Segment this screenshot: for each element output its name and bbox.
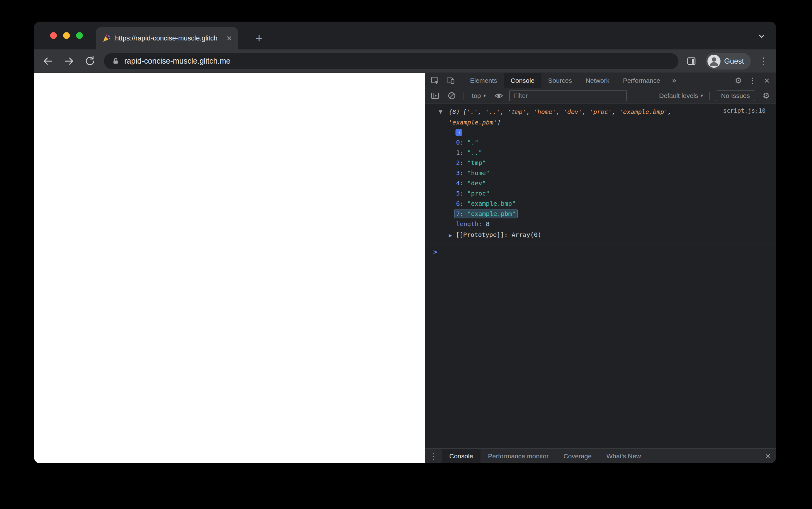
devtools-close-icon[interactable]: × xyxy=(761,74,773,87)
tab-network[interactable]: Network xyxy=(579,73,616,88)
array-entry-row: 0: "." xyxy=(425,137,776,148)
back-button-icon[interactable] xyxy=(42,55,54,67)
lock-icon xyxy=(112,58,119,65)
array-length-row: length: 8 xyxy=(425,219,776,229)
profile-label: Guest xyxy=(724,57,744,66)
context-selector[interactable]: top ▾ xyxy=(469,92,488,99)
devtools-settings-gear-icon[interactable]: ⚙ xyxy=(732,74,745,87)
array-preview-line[interactable]: ▼(8)['.', '..', 'tmp', 'home', 'dev', 'p… xyxy=(425,107,776,128)
chevron-down-icon: ▾ xyxy=(701,93,703,99)
info-icon: i xyxy=(456,129,462,136)
array-entry-row: 1: ".." xyxy=(425,148,776,158)
devtools-menu-kebab-icon[interactable]: ⋮ xyxy=(746,74,759,87)
array-entry-row-highlighted[interactable]: 7: "example.pbm" xyxy=(425,209,776,219)
console-settings-gear-icon[interactable]: ⚙ xyxy=(760,90,773,102)
tab-list-chevron-icon[interactable] xyxy=(756,31,767,41)
live-expression-eye-icon[interactable] xyxy=(493,90,505,102)
console-prompt[interactable]: > xyxy=(425,245,776,259)
close-window-button[interactable] xyxy=(50,32,57,39)
avatar-icon xyxy=(708,55,720,68)
console-log-entry: script.js:10 ▼(8)['.', '..', 'tmp', 'hom… xyxy=(425,103,776,245)
divider xyxy=(464,92,464,100)
side-panel-icon[interactable] xyxy=(685,55,697,67)
devtools-drawer-bar: ⋮ Console Performance monitor Coverage W… xyxy=(425,448,776,463)
devtools-panel: Elements Console Sources Network Perform… xyxy=(425,73,776,463)
forward-button-icon[interactable] xyxy=(63,55,75,67)
prompt-chevron-icon: > xyxy=(433,248,437,256)
divider xyxy=(709,92,710,100)
console-sidebar-icon[interactable] xyxy=(429,90,441,102)
disclosure-closed-icon[interactable]: ▶ xyxy=(449,233,452,238)
traffic-lights xyxy=(50,32,83,39)
tab-strip: https://rapid-concise-muscle.glitch.me ×… xyxy=(34,22,776,49)
issues-counter[interactable]: No Issues xyxy=(716,91,755,101)
filter-input[interactable] xyxy=(509,90,627,101)
new-tab-button[interactable]: + xyxy=(250,30,268,47)
drawer-close-icon[interactable]: × xyxy=(765,451,771,462)
divider xyxy=(462,77,462,84)
tab-sources[interactable]: Sources xyxy=(541,73,579,88)
more-tabs-chevron-icon[interactable]: » xyxy=(667,73,682,88)
reload-button-icon[interactable] xyxy=(84,55,96,67)
disclosure-open-icon[interactable]: ▼ xyxy=(439,107,442,117)
array-entry-row: 5: "proc" xyxy=(425,189,776,199)
drawer-tab-performance-monitor[interactable]: Performance monitor xyxy=(480,449,556,463)
tab-elements[interactable]: Elements xyxy=(463,73,504,88)
array-entry-row: 6: "example.bmp" xyxy=(425,199,776,209)
console-toolbar: top ▾ Default levels ▾ No Issu xyxy=(425,88,776,103)
browser-toolbar: rapid-concise-muscle.glitch.me Guest xyxy=(34,49,776,73)
devtools-tab-bar: Elements Console Sources Network Perform… xyxy=(425,73,776,88)
value-info-line: i xyxy=(425,128,776,137)
drawer-menu-kebab-icon[interactable]: ⋮ xyxy=(425,449,442,463)
chevron-down-icon: ▾ xyxy=(483,93,486,99)
profile-button[interactable]: Guest xyxy=(706,53,751,69)
console-output: script.js:10 ▼(8)['.', '..', 'tmp', 'hom… xyxy=(425,103,776,448)
tab-close-icon[interactable]: × xyxy=(226,34,232,43)
inspect-element-icon[interactable] xyxy=(429,74,441,87)
prototype-row[interactable]: ▶[[Prototype]]: Array(0) xyxy=(425,229,776,241)
url-text: rapid-concise-muscle.glitch.me xyxy=(124,57,230,66)
browser-menu-kebab-icon[interactable]: ⋮ xyxy=(759,56,768,66)
log-levels-selector[interactable]: Default levels ▾ xyxy=(659,92,703,99)
browser-tab[interactable]: https://rapid-concise-muscle.glitch.me × xyxy=(96,27,238,49)
device-toolbar-icon[interactable] xyxy=(444,74,457,87)
minimize-window-button[interactable] xyxy=(63,32,70,39)
drawer-tab-coverage[interactable]: Coverage xyxy=(556,449,599,463)
page-content xyxy=(34,73,425,463)
tab-console[interactable]: Console xyxy=(504,73,541,88)
tab-performance[interactable]: Performance xyxy=(616,73,667,88)
clear-console-icon[interactable] xyxy=(445,90,458,102)
array-entry-row: 2: "tmp" xyxy=(425,158,776,168)
array-entry-row: 3: "home" xyxy=(425,168,776,178)
address-bar[interactable]: rapid-concise-muscle.glitch.me xyxy=(104,53,679,69)
drawer-tab-console[interactable]: Console xyxy=(442,449,480,463)
party-popper-favicon-icon xyxy=(102,34,111,43)
tab-title: https://rapid-concise-muscle.glitch.me xyxy=(115,34,217,42)
drawer-tab-whats-new[interactable]: What's New xyxy=(599,449,648,463)
array-entry-row: 4: "dev" xyxy=(425,178,776,189)
browser-window: https://rapid-concise-muscle.glitch.me ×… xyxy=(34,22,776,463)
zoom-window-button[interactable] xyxy=(76,32,83,39)
